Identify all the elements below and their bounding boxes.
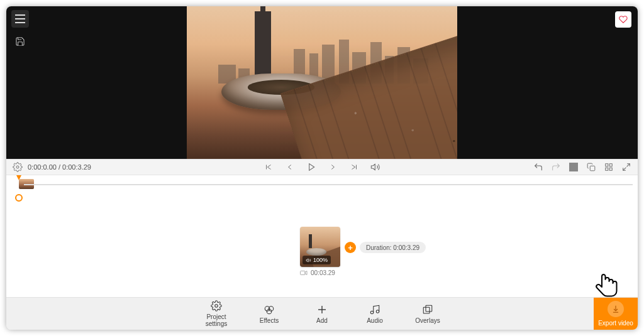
svg-rect-11	[609, 168, 612, 170]
svg-marker-2	[309, 164, 314, 171]
playback-settings-icon[interactable]	[13, 162, 23, 172]
preview-panel	[6, 6, 638, 159]
skip-start-icon[interactable]	[264, 162, 274, 172]
step-back-icon[interactable]	[285, 162, 295, 172]
svg-point-17	[215, 305, 218, 308]
favorite-button[interactable]	[615, 11, 631, 28]
grid-view-icon[interactable]	[569, 162, 579, 172]
storyboard-panel: 100% + Duration: 0:00:3.29 00:03.29	[6, 204, 638, 297]
timeline[interactable]	[6, 175, 638, 204]
svg-line-13	[623, 168, 626, 171]
volume-icon[interactable]	[370, 162, 380, 172]
svg-point-0	[16, 166, 19, 168]
redo-icon[interactable]	[551, 162, 561, 172]
clip-card[interactable]: 100%	[300, 227, 340, 267]
playback-bar: 0:00:0.00 / 0:00:3.29	[6, 159, 638, 175]
svg-rect-10	[606, 168, 608, 170]
clip-meta: 00:03.29	[300, 269, 335, 276]
undo-icon[interactable]	[533, 162, 543, 172]
play-icon[interactable]	[306, 162, 316, 172]
svg-marker-4	[371, 164, 375, 170]
timeline-track[interactable]	[24, 184, 633, 185]
effects-button[interactable]: Effects	[254, 304, 284, 324]
svg-rect-15	[301, 271, 306, 275]
svg-rect-25	[423, 307, 430, 313]
time-display: 0:00:0.00 / 0:00:3.29	[28, 163, 91, 171]
svg-marker-16	[305, 271, 307, 275]
skip-end-icon[interactable]	[349, 162, 359, 172]
svg-point-24	[376, 310, 379, 313]
overlays-icon	[422, 304, 433, 315]
download-icon	[608, 301, 624, 317]
svg-rect-26	[426, 305, 432, 312]
bottom-toolbar: Project settings Effects Add Audio Overl…	[6, 297, 638, 330]
music-icon	[369, 304, 380, 315]
svg-rect-7	[590, 166, 595, 171]
svg-rect-8	[606, 164, 608, 166]
svg-rect-6	[569, 163, 578, 171]
menu-button[interactable]	[11, 10, 29, 28]
add-button[interactable]: Add	[307, 304, 337, 324]
clip-thumbnail[interactable]: 100%	[300, 227, 340, 267]
svg-marker-14	[306, 258, 308, 261]
project-settings-button[interactable]: Project settings	[201, 300, 231, 327]
clip-volume-badge: 100%	[303, 256, 331, 264]
svg-line-12	[627, 164, 630, 167]
gear-icon	[211, 300, 222, 312]
camera-icon	[300, 270, 308, 276]
grid-layout-icon[interactable]	[604, 162, 614, 172]
audio-button[interactable]: Audio	[360, 304, 390, 324]
video-preview[interactable]	[187, 6, 457, 159]
export-video-button[interactable]: Export video	[594, 298, 638, 330]
step-forward-icon[interactable]	[328, 162, 338, 172]
effects-icon	[264, 304, 275, 315]
svg-rect-9	[609, 164, 612, 166]
plus-icon	[316, 304, 328, 315]
duration-chip: Duration: 0:00:3.29	[360, 242, 426, 253]
svg-point-23	[370, 311, 374, 314]
save-button[interactable]	[11, 33, 29, 50]
playhead-handle-icon[interactable]	[15, 194, 23, 202]
copy-icon[interactable]	[586, 162, 596, 172]
fullscreen-icon[interactable]	[621, 162, 631, 172]
add-clip-button[interactable]: +	[345, 242, 356, 253]
overlays-button[interactable]: Overlays	[413, 304, 443, 324]
